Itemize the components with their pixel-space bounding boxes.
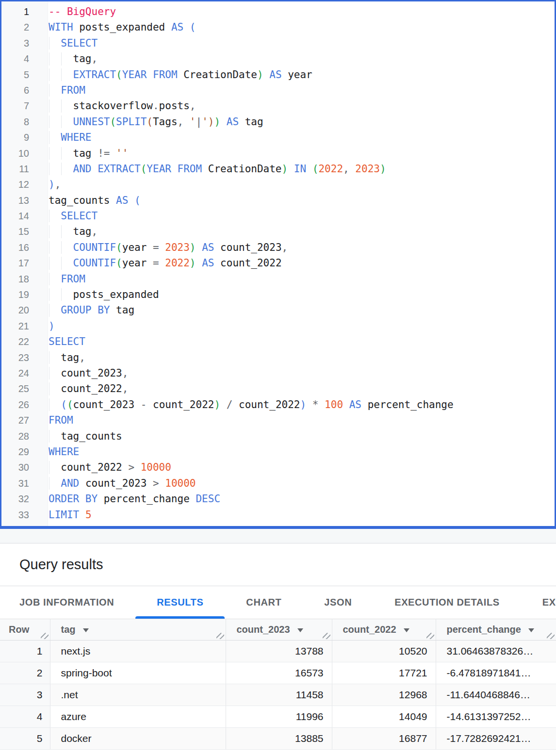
code-line: 29WHERE [1,444,555,460]
column-resize-grip[interactable] [41,632,49,639]
code-line: 19 posts_expanded [1,287,555,302]
code-line-text: ), [48,177,555,192]
column-header-count_2022[interactable]: count_2022 [332,619,436,641]
code-line-text: GROUP BY tag [48,302,555,318]
code-line: 14 SELECT [1,208,555,224]
indent-guide [49,382,49,395]
indent-guide [49,241,49,254]
table-row: 5docker1388516877-17.7282692421… [0,728,556,750]
cell-count_2022: 10520 [332,641,436,662]
line-number: 11 [1,161,48,177]
code-line: 17 COUNTIF(year = 2022) AS count_2022 [1,255,555,271]
column-header-count_2023[interactable]: count_2023 [226,619,332,641]
cell-count_2023: 13885 [226,728,332,750]
column-menu-icon[interactable] [528,628,534,632]
line-number: 33 [1,507,48,523]
code-line: 30 count_2022 > 10000 [1,460,555,475]
code-line-text: count_2023, [48,365,555,381]
code-line: 2WITH posts_expanded AS ( [1,19,555,35]
column-label: percent_change [447,624,521,635]
code-line-text: WHERE [48,130,555,145]
line-number: 10 [1,146,48,161]
code-line: 33LIMIT 5 [1,507,555,523]
code-line-text: SELECT [48,35,555,51]
tab-chart[interactable]: CHART [225,586,303,619]
indent-guide [49,304,49,316]
code-line-text: EXTRACT(YEAR FROM CreationDate) AS year [48,67,555,82]
tab-json[interactable]: JSON [303,586,373,619]
line-number: 19 [1,287,48,302]
indent-guide [61,147,62,160]
code-line: 1-- BigQuery [1,4,555,19]
indent-guide [61,52,62,65]
code-line-text: WHERE [48,444,555,460]
code-line-text: SELECT [48,208,555,224]
column-header-tag[interactable]: tag [50,619,226,641]
indent-guide [49,367,49,379]
line-number: 27 [1,412,48,428]
column-header-row[interactable]: Row [0,619,50,641]
column-menu-icon[interactable] [297,628,303,632]
column-resize-grip[interactable] [216,632,224,639]
line-number: 25 [1,381,48,396]
tab-results[interactable]: RESULTS [135,586,225,619]
code-line: 13tag_counts AS ( [1,193,555,208]
code-line-text: FROM [48,412,555,428]
code-line: 22SELECT [1,334,555,349]
cell-tag: next.js [50,641,226,662]
page-title: Query results [19,556,556,573]
line-number: 23 [1,350,48,365]
column-header-percent_change[interactable]: percent_change [436,619,556,641]
cell-count_2022: 17721 [332,662,436,684]
cell-percent_change: -17.7282692421… [436,728,556,750]
line-number: 30 [1,460,48,475]
indent-guide [49,68,49,81]
code-line-text: AND count_2023 > 10000 [48,476,555,491]
code-line: 10 tag != '' [1,146,555,161]
indent-guide [49,257,49,269]
cell-tag: .net [50,684,226,706]
line-number: 20 [1,302,48,318]
column-resize-grip[interactable] [547,632,555,639]
code-line: 5 EXTRACT(YEAR FROM CreationDate) AS yea… [1,67,555,82]
code-line: 11 AND EXTRACT(YEAR FROM CreationDate) I… [1,161,555,177]
tab-job-information[interactable]: JOB INFORMATION [0,586,135,619]
indent-guide [61,68,62,81]
code-line: 20 GROUP BY tag [1,302,555,318]
cell-row: 1 [0,641,50,662]
code-line-text: UNNEST(SPLIT(Tags, '|')) AS tag [48,114,555,130]
cell-tag: spring-boot [50,662,226,684]
cell-percent_change: 31.06463878326… [436,641,556,662]
sql-editor[interactable]: 1-- BigQuery2WITH posts_expanded AS (3 S… [0,0,556,529]
code-line: 25 count_2022, [1,381,555,396]
code-line-text: LIMIT 5 [48,507,555,523]
code-line: 32ORDER BY percent_change DESC [1,491,555,507]
code-line-text: stackoverflow.posts, [48,98,555,114]
code-line: 18 FROM [1,271,555,287]
line-number: 26 [1,397,48,412]
line-number: 15 [1,224,48,239]
tab-execution-graph[interactable]: EXECUTION GRAPH [521,586,556,619]
code-line-text: ) [48,318,555,334]
line-number: 14 [1,208,48,224]
code-line-text: AND EXTRACT(YEAR FROM CreationDate) IN (… [48,161,555,177]
code-line: 27FROM [1,412,555,428]
column-menu-icon[interactable] [404,628,409,632]
column-label: Row [9,624,29,635]
tab-execution-details[interactable]: EXECUTION DETAILS [373,586,521,619]
code-line-text: WITH posts_expanded AS ( [48,19,555,35]
line-number: 17 [1,255,48,271]
indent-guide [49,461,49,474]
indent-guide [49,288,49,301]
code-line: 4 tag, [1,51,555,66]
column-resize-grip[interactable] [323,632,330,639]
line-number: 2 [1,19,48,35]
table-row: 4azure1199614049-14.6131397252… [0,706,556,728]
column-menu-icon[interactable] [83,628,89,632]
results-table-body: 1next.js137881052031.06463878326…2spring… [0,641,556,750]
indent-guide [49,163,49,175]
code-line: 28 tag_counts [1,428,555,444]
code-line-text: SELECT [48,334,555,349]
cell-count_2023: 16573 [226,662,332,684]
column-resize-grip[interactable] [426,632,434,639]
